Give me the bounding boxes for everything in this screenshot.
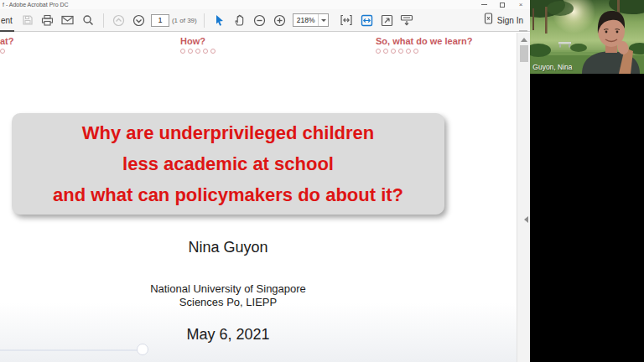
webcam-scene: Guyon, Nina Guyon, Nina <box>530 0 644 74</box>
bench-leg <box>559 44 561 48</box>
nav-section-learn: So, what do we learn? <box>376 36 473 54</box>
scrollbar-top-mark <box>519 30 527 32</box>
fit-page-icon <box>361 14 373 27</box>
fit-width-icon <box>340 14 353 26</box>
save-button[interactable] <box>19 12 36 28</box>
fullscreen-icon <box>381 14 393 27</box>
slide-affiliation-2: Sciences Po, LIEPP <box>0 296 456 308</box>
slide-title-line-3: and what can policymakers do about it? <box>53 179 403 210</box>
nav-dot <box>376 49 381 54</box>
window-controls: × <box>475 0 530 9</box>
horizontal-scrollbar-track[interactable] <box>0 349 143 351</box>
hand-tool-button[interactable] <box>231 12 248 28</box>
person-eye <box>616 31 619 34</box>
acrobat-window: f - Adobe Acrobat Pro DC × ent <box>0 0 530 362</box>
tree-canopy-mid <box>547 1 574 16</box>
webcam-video-tile[interactable]: Guyon, Nina Guyon, Nina <box>530 0 644 74</box>
zoom-out-icon <box>253 14 266 27</box>
nav-section-what: at? <box>0 36 14 54</box>
chevron-down-icon <box>321 19 326 22</box>
participant-name-label: Guyon, Nina <box>532 63 573 71</box>
maximize-icon[interactable] <box>493 0 512 9</box>
nav-dots-what <box>0 49 14 54</box>
page-number-input[interactable]: 1 <box>151 14 169 27</box>
fullscreen-button[interactable] <box>378 12 395 28</box>
document-tab[interactable]: ent <box>0 9 18 32</box>
nav-section-how: How? <box>180 36 216 54</box>
slide-title-line-2: less academic at school <box>122 148 334 179</box>
tree-trunk <box>545 7 548 34</box>
zoom-in-icon <box>273 14 286 27</box>
next-page-button[interactable] <box>131 12 148 28</box>
scroll-up-icon[interactable] <box>521 38 527 42</box>
email-button[interactable] <box>60 12 76 28</box>
video-call-panel: Guyon, Nina Guyon, Nina <box>530 0 644 362</box>
zoom-in-button[interactable] <box>272 12 288 28</box>
vertical-scrollbar-thumb[interactable] <box>520 45 528 62</box>
previous-page-button[interactable] <box>111 12 127 28</box>
slide-affiliation-1: National University of Singapore <box>0 282 456 295</box>
save-icon <box>22 14 34 26</box>
pdf-page[interactable]: at? How? So, what do we learn? Why are u… <box>0 33 517 362</box>
nav-label-learn: So, what do we learn? <box>376 36 473 46</box>
mobile-device-icon <box>484 13 493 28</box>
person-eye <box>605 31 608 34</box>
close-icon[interactable]: × <box>512 0 530 9</box>
nav-dot <box>391 49 396 54</box>
sign-in-label: Sign In <box>497 16 523 25</box>
nav-dot <box>383 49 388 54</box>
presentation-mode-button[interactable] <box>398 12 415 28</box>
nav-dot <box>210 49 216 54</box>
zoom-level-value: 218% <box>293 16 319 24</box>
hand-tool-icon <box>234 14 246 27</box>
collapse-pane-icon[interactable] <box>524 216 528 223</box>
park-bench <box>558 42 571 44</box>
email-icon <box>61 15 74 25</box>
search-icon <box>82 14 94 26</box>
nav-dot <box>0 49 5 54</box>
window-titlebar: f - Adobe Acrobat Pro DC × <box>0 0 530 9</box>
document-tab-label: ent <box>1 16 13 25</box>
select-tool-button[interactable] <box>211 12 228 28</box>
toolbar-divider <box>103 13 104 28</box>
zoom-level-select[interactable]: 218% <box>293 13 330 27</box>
slide-nav: at? How? So, what do we learn? <box>0 36 517 56</box>
toolbar-divider <box>204 13 205 28</box>
slide-author: Nina Guyon <box>0 239 456 256</box>
bench-leg <box>569 44 570 48</box>
presentation-icon <box>400 14 413 26</box>
horizontal-scrollbar-knob[interactable] <box>137 344 148 355</box>
slide-title-box: Why are underprivileged children less ac… <box>12 113 444 215</box>
nav-dot <box>203 49 208 54</box>
zoom-out-button[interactable] <box>252 12 268 28</box>
minimize-icon[interactable] <box>475 0 493 9</box>
tree-trunk <box>532 8 534 30</box>
screen: f - Adobe Acrobat Pro DC × ent <box>0 0 644 362</box>
slide-title-line-1: Why are underprivileged children <box>82 117 374 148</box>
acrobat-toolbar: ent 1 (1 of 39) <box>0 9 530 32</box>
nav-dot <box>180 49 185 54</box>
page-count-label: (1 of 39) <box>172 17 197 24</box>
page-up-icon <box>112 14 125 27</box>
nav-dots-how <box>180 49 216 54</box>
page-down-icon <box>132 14 145 27</box>
window-title: f - Adobe Acrobat Pro DC <box>0 2 475 8</box>
print-button[interactable] <box>39 12 56 28</box>
search-button[interactable] <box>80 12 96 28</box>
nav-dot <box>413 49 418 54</box>
nav-dot <box>195 49 200 54</box>
fit-width-button[interactable] <box>338 12 355 28</box>
vertical-scrollbar[interactable] <box>517 33 530 362</box>
sign-in-button[interactable]: Sign In <box>484 13 523 28</box>
bush <box>570 44 587 52</box>
nav-dot <box>398 49 403 54</box>
fit-page-button[interactable] <box>358 12 375 28</box>
print-icon <box>41 14 54 27</box>
nav-dot <box>406 49 411 54</box>
nav-label-how: How? <box>180 36 216 46</box>
zoom-dropdown-arrow[interactable] <box>318 14 328 26</box>
nav-dots-learn <box>376 49 473 54</box>
select-tool-icon <box>214 14 225 27</box>
nav-label-what: at? <box>0 36 14 46</box>
slide-date: May 6, 2021 <box>0 326 456 344</box>
